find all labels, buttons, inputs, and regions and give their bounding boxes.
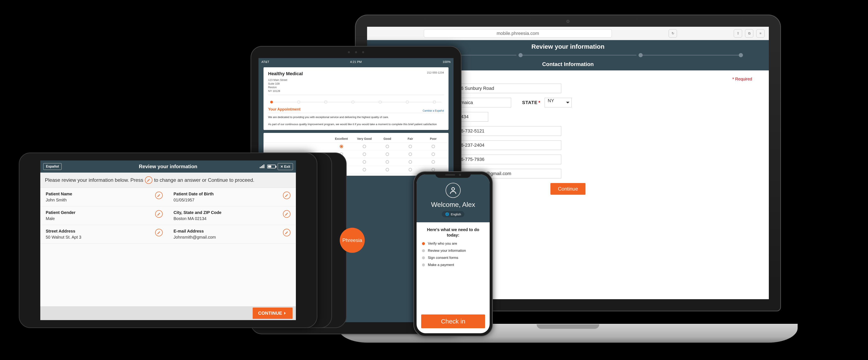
radio-option[interactable]	[363, 168, 366, 171]
radio-option[interactable]	[386, 152, 389, 156]
task-bullet-active	[422, 242, 425, 245]
refresh-icon[interactable]: ↻	[669, 29, 677, 38]
review-instructions: Please review your information below. Pr…	[40, 173, 296, 188]
radio-option[interactable]	[363, 145, 366, 148]
status-bar: AT&T 4:21 PM 100%	[258, 58, 454, 65]
radio-option[interactable]	[409, 152, 412, 156]
exit-button[interactable]: ✕ Exit	[278, 163, 293, 170]
task-item-payment: Make a payment	[422, 263, 484, 267]
front-camera-icon	[459, 174, 461, 176]
review-footer: CONTINUE	[40, 306, 296, 320]
col-fair: Fair	[399, 137, 422, 141]
survey-step-2[interactable]	[297, 101, 300, 103]
edit-gender-button[interactable]	[155, 210, 163, 218]
radio-option[interactable]	[386, 168, 389, 171]
input-street[interactable]	[453, 84, 561, 93]
col-poor: Poor	[422, 137, 445, 141]
task-item-verify: Verify who you are	[422, 242, 484, 246]
radio-option[interactable]	[432, 145, 435, 148]
task-bullet	[422, 264, 425, 266]
radio-option[interactable]	[409, 168, 412, 171]
svg-rect-3	[264, 164, 265, 168]
espanol-button[interactable]: Español	[43, 163, 62, 170]
signal-icon	[260, 163, 265, 170]
language-button[interactable]: 🌐 English	[442, 211, 464, 217]
speaker-icon	[445, 174, 455, 176]
field-email: E-mail AddressJohnsmith@gmail.com	[168, 225, 296, 244]
edit-address-button[interactable]	[155, 229, 163, 236]
edit-email-button[interactable]	[283, 229, 290, 236]
input-city[interactable]	[453, 98, 511, 108]
practice-address: 123 Main Street Suite 109 Reston NY 1012…	[268, 78, 303, 93]
radio-option[interactable]	[432, 168, 435, 171]
survey-step-4[interactable]	[352, 101, 354, 103]
edit-dob-button[interactable]	[283, 191, 290, 199]
field-city-state-zip: City, State and ZIP CodeBoston MA 02134	[168, 206, 296, 225]
radio-option[interactable]	[386, 160, 389, 163]
home-button-brand[interactable]: Phreesia	[340, 228, 365, 253]
radio-option[interactable]	[409, 160, 412, 163]
battery-icon	[267, 164, 276, 169]
radio-option[interactable]	[432, 152, 435, 156]
svg-rect-0	[260, 167, 260, 168]
welcome-text: Welcome, Alex	[421, 201, 486, 209]
svg-rect-2	[262, 165, 263, 168]
tabs-icon[interactable]: ⧉	[745, 29, 753, 38]
survey-step-1[interactable]	[270, 101, 273, 103]
col-good: Good	[376, 137, 399, 141]
survey-intro-1: We are dedicated to providing you with e…	[268, 115, 444, 119]
phone-body: Here's what we need to do today: Verify …	[416, 222, 490, 274]
camera-icon	[566, 20, 569, 23]
svg-point-4	[452, 188, 454, 190]
pencil-icon	[145, 176, 152, 184]
col-excellent: Excellent	[330, 137, 353, 141]
edit-name-button[interactable]	[155, 191, 163, 199]
avatar-icon	[445, 183, 461, 198]
practice-name: Healthy Medical	[268, 71, 303, 77]
review-title: Review your information	[139, 163, 197, 170]
field-patient-name: Patient NameJohn Smith	[40, 188, 168, 206]
laptop-trackpad-notch	[537, 324, 599, 329]
tablet-review-screen: Español Review your information ✕ Exit P…	[40, 160, 296, 320]
radio-option[interactable]	[363, 160, 366, 163]
survey-step-5[interactable]	[379, 101, 381, 103]
radio-option[interactable]	[340, 145, 343, 148]
input-phone-home[interactable]	[453, 126, 561, 136]
review-continue-button[interactable]: CONTINUE	[253, 307, 292, 319]
task-item-consent: Sign consent forms	[422, 256, 484, 260]
tablet-review-device: Español Review your information ✕ Exit P…	[19, 152, 317, 328]
input-phone-work[interactable]	[453, 155, 561, 164]
check-in-button[interactable]: Check in	[421, 314, 485, 328]
phone-notch	[435, 172, 471, 178]
progress-step-4[interactable]	[739, 53, 743, 57]
status-battery: 100%	[443, 60, 451, 63]
share-icon[interactable]: ⇪	[734, 29, 742, 38]
svg-rect-1	[261, 166, 262, 168]
field-street-address: Street Address50 Walnut St. Apt 3	[40, 225, 168, 244]
practice-phone: 212-555-1234	[427, 71, 444, 93]
radio-option[interactable]	[386, 145, 389, 148]
input-phone-cell[interactable]	[453, 141, 561, 150]
radio-option[interactable]	[409, 145, 412, 148]
browser-chrome: mobile.phreesia.com ↻ ⇪ ⧉ ≡	[367, 27, 769, 40]
url-bar[interactable]: mobile.phreesia.com	[424, 29, 612, 38]
progress-step-2[interactable]	[519, 53, 523, 57]
survey-step-7[interactable]	[433, 101, 436, 103]
survey-step-6[interactable]	[406, 101, 409, 103]
survey-intro-2: As part of our continuous quality improv…	[268, 122, 444, 126]
menu-icon[interactable]: ≡	[756, 29, 765, 38]
radio-option[interactable]	[432, 160, 435, 163]
edit-csz-button[interactable]	[283, 210, 290, 218]
progress-step-3[interactable]	[639, 53, 643, 57]
tasks-heading: Here's what we need to do today:	[422, 227, 484, 238]
label-state: STATE*	[515, 100, 540, 105]
radio-option[interactable]	[363, 152, 366, 156]
review-title-bar: Español Review your information ✕ Exit	[40, 160, 296, 173]
globe-icon: 🌐	[445, 212, 449, 216]
phone-device: Welcome, Alex 🌐 English Here's what we n…	[413, 171, 493, 336]
survey-step-3[interactable]	[324, 101, 327, 103]
phone-screen: Welcome, Alex 🌐 English Here's what we n…	[416, 175, 490, 333]
select-state[interactable]: NY	[545, 98, 572, 108]
status-time: 4:21 PM	[350, 60, 362, 63]
continue-button[interactable]: Continue	[550, 183, 586, 195]
